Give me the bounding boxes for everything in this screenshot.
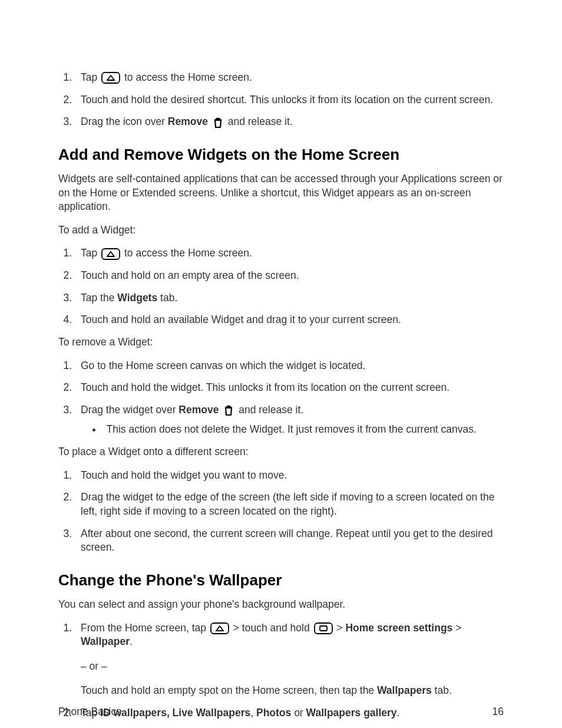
alt-instruction: Touch and hold an empty spot on the Home… bbox=[81, 684, 504, 698]
remove-shortcut-steps: Tap to access the Home screen. Touch and… bbox=[58, 71, 504, 129]
step-text: Touch and hold the widget. This unlocks … bbox=[81, 381, 449, 393]
home-icon bbox=[101, 72, 120, 84]
add-widget-heading: To add a Widget: bbox=[58, 223, 504, 238]
home-icon bbox=[210, 622, 229, 634]
trash-icon bbox=[212, 116, 224, 129]
list-item: Drag the widget over Remove and release … bbox=[75, 403, 504, 437]
list-item: Tap to access the Home screen. bbox=[75, 246, 504, 261]
move-widget-heading: To place a Widget onto a different scree… bbox=[58, 445, 504, 459]
step-text: > touch and hold bbox=[230, 622, 313, 634]
remove-widget-heading: To remove a Widget: bbox=[58, 335, 504, 350]
trash-icon bbox=[223, 404, 234, 417]
step-text: Touch and hold the desired shortcut. Thi… bbox=[81, 94, 493, 106]
step-text: > bbox=[452, 622, 461, 634]
footer-page-number: 16 bbox=[492, 705, 504, 719]
step-text: Drag the icon over bbox=[81, 116, 168, 127]
list-item: This action does not delete the Widget. … bbox=[104, 423, 504, 437]
or-separator: – or – bbox=[81, 660, 504, 674]
list-item: Touch and hold the widget you want to mo… bbox=[75, 469, 504, 483]
step-text: Drag the widget to the edge of the scree… bbox=[81, 491, 494, 517]
step-text: and release it. bbox=[225, 116, 293, 127]
remove-label: Remove bbox=[168, 116, 208, 127]
add-widget-steps: Tap to access the Home screen. Touch and… bbox=[58, 246, 504, 327]
step-text: tab. bbox=[432, 684, 452, 696]
remove-label: Remove bbox=[178, 404, 219, 416]
remove-widget-steps: Go to the Home screen canvas on which th… bbox=[58, 359, 504, 437]
move-widget-steps: Touch and hold the widget you want to mo… bbox=[58, 469, 504, 555]
widgets-label: Widgets bbox=[117, 292, 157, 304]
bullet-text: This action does not delete the Widget. … bbox=[107, 423, 477, 435]
wallpapers-label: Wallpapers bbox=[377, 684, 432, 696]
home-screen-settings-label: Home screen settings bbox=[345, 622, 452, 634]
step-text: Tap bbox=[81, 247, 100, 259]
section-heading-wallpaper: Change the Phone's Wallpaper bbox=[58, 570, 504, 591]
widgets-intro: Widgets are self-contained applications … bbox=[58, 172, 504, 214]
list-item: Tap the Widgets tab. bbox=[75, 291, 504, 305]
step-text: Touch and hold the widget you want to mo… bbox=[81, 469, 287, 481]
list-item: Drag the widget to the edge of the scree… bbox=[75, 490, 504, 518]
list-item: Touch and hold an available Widget and d… bbox=[75, 313, 504, 327]
list-item: From the Home screen, tap > touch and ho… bbox=[75, 621, 504, 699]
step-text: . bbox=[130, 635, 133, 647]
list-item: Touch and hold on an empty area of the s… bbox=[75, 269, 504, 283]
step-text: Touch and hold an empty spot on the Home… bbox=[81, 684, 377, 696]
list-item: Tap to access the Home screen. bbox=[75, 71, 504, 85]
wallpaper-intro: You can select and assign your phone's b… bbox=[58, 598, 504, 612]
list-item: Touch and hold the desired shortcut. Thi… bbox=[75, 93, 504, 107]
document-page: Tap to access the Home screen. Touch and… bbox=[0, 0, 562, 728]
sub-bullet-list: This action does not delete the Widget. … bbox=[81, 423, 504, 437]
list-item: Touch and hold the widget. This unlocks … bbox=[75, 381, 504, 395]
step-text: Tap the bbox=[81, 292, 117, 304]
step-text: After about one second, the current scre… bbox=[81, 528, 492, 554]
step-text: Touch and hold an available Widget and d… bbox=[81, 314, 401, 325]
step-text: Touch and hold on an empty area of the s… bbox=[81, 269, 299, 281]
list-item: Go to the Home screen canvas on which th… bbox=[75, 359, 504, 373]
recent-apps-icon bbox=[314, 622, 333, 634]
step-text: Go to the Home screen canvas on which th… bbox=[81, 360, 365, 371]
page-footer: Phone Basics 16 bbox=[58, 705, 504, 719]
home-icon bbox=[101, 248, 120, 260]
step-text: Tap bbox=[81, 71, 100, 83]
footer-section-name: Phone Basics bbox=[58, 705, 121, 719]
wallpaper-label: Wallpaper bbox=[81, 635, 130, 647]
step-text: and release it. bbox=[236, 404, 303, 416]
step-text: Drag the widget over bbox=[81, 404, 178, 416]
list-item: After about one second, the current scre… bbox=[75, 527, 504, 555]
step-text: From the Home screen, tap bbox=[81, 622, 209, 634]
step-text: > bbox=[334, 622, 346, 634]
step-text: to access the Home screen. bbox=[121, 71, 252, 83]
step-text: tab. bbox=[157, 292, 177, 304]
step-text: to access the Home screen. bbox=[121, 247, 252, 259]
list-item: Drag the icon over Remove and release it… bbox=[75, 115, 504, 129]
section-heading-widgets: Add and Remove Widgets on the Home Scree… bbox=[58, 144, 504, 165]
